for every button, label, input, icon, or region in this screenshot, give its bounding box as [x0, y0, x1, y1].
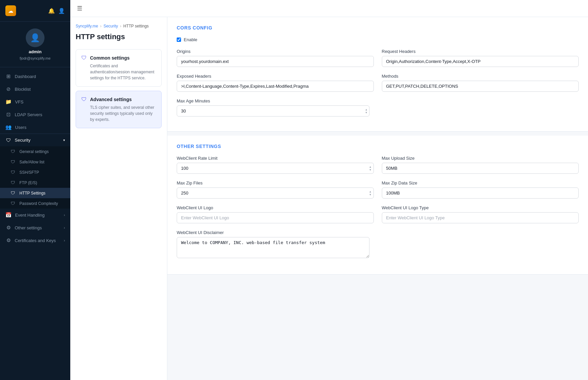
- logo-row: WebClient UI Logo WebClient UI Logo Type: [177, 205, 579, 223]
- rate-limit-down-arrow[interactable]: ▼: [369, 168, 372, 171]
- cors-exposed-headers-input[interactable]: [177, 81, 374, 92]
- security-section: 🛡 Security ▾ 🛡 General settings 🛡 Safe/A…: [0, 134, 70, 209]
- zip-files-up-arrow[interactable]: ▲: [369, 190, 372, 193]
- cors-exposed-headers-label: Exposed Headers: [177, 74, 374, 79]
- event-icon: 📅: [5, 212, 12, 218]
- common-settings-card-title: Common settings: [90, 55, 130, 61]
- cors-origins-group: Origins: [177, 49, 374, 67]
- sidebar-logo: ☁: [5, 5, 16, 16]
- maxage-up-arrow[interactable]: ▲: [365, 108, 368, 111]
- webclient-rate-limit-label: WebClient Rate Limit: [177, 156, 374, 161]
- max-upload-size-group: Max Upload Size: [382, 156, 579, 174]
- zip-files-row: Max Zip Files ▲ ▼ Max Zip Data Size: [177, 180, 579, 199]
- zip-files-spin: ▲ ▼: [177, 187, 374, 199]
- breadcrumb-sep2: ›: [120, 24, 121, 28]
- sidebar-item-security[interactable]: 🛡 Security ▾: [0, 134, 70, 146]
- sidebar-item-safe-allow-list[interactable]: 🛡 Safe/Allow list: [0, 157, 70, 167]
- webclient-ui-disclaimer-group: WebClient UI Disclaimer Welcome to COMPA…: [177, 230, 369, 259]
- cors-origins-input[interactable]: [177, 56, 374, 67]
- logo-icon: ☁: [5, 5, 16, 16]
- sidebar-item-ldap[interactable]: ⊡ LDAP Servers: [0, 108, 70, 121]
- common-settings-card-icon: 🛡: [81, 55, 87, 61]
- webclient-rate-limit-input[interactable]: [177, 163, 374, 174]
- max-zip-data-size-input[interactable]: [382, 187, 579, 199]
- other-settings-title: OTHER SETTINGS: [177, 144, 579, 149]
- cors-methods-input[interactable]: [382, 81, 579, 92]
- cors-request-headers-group: Request Headers: [382, 49, 579, 67]
- sidebar-item-certificates[interactable]: ⚙ Certificates and Keys ›: [0, 234, 70, 247]
- breadcrumb-section[interactable]: Security: [103, 24, 118, 28]
- page-title: HTTP settings: [76, 32, 162, 41]
- breadcrumb-sep1: ›: [100, 24, 101, 28]
- cors-maxage-spin: ▲ ▼: [177, 105, 369, 117]
- notification-button[interactable]: 🔔: [48, 8, 55, 14]
- webclient-ui-logo-type-input[interactable]: [382, 212, 579, 223]
- cors-enable-checkbox[interactable]: [177, 37, 181, 42]
- profile-button[interactable]: 👤: [58, 8, 65, 14]
- sidebar-item-ssh-sftp[interactable]: 🛡 SSH/SFTP: [0, 167, 70, 177]
- security-children: 🛡 General settings 🛡 Safe/Allow list 🛡 S…: [0, 146, 70, 209]
- cors-config-section: CORS CONFIG Enable Origins Request Heade…: [167, 17, 588, 132]
- security-icon: 🛡: [5, 137, 11, 143]
- cors-exposed-headers-group: Exposed Headers: [177, 74, 374, 92]
- cors-request-headers-input[interactable]: [382, 56, 579, 67]
- sidebar-item-vfs[interactable]: 📁 VFS: [0, 95, 70, 108]
- sidebar-item-password-complexity[interactable]: 🛡 Password Complexity: [0, 198, 70, 209]
- other-settings-icon: ⚙: [5, 225, 11, 231]
- webclient-ui-disclaimer-input[interactable]: Welcome to COMPANY, INC. web-based file …: [177, 237, 369, 258]
- zip-files-down-arrow[interactable]: ▼: [369, 193, 372, 196]
- sidebar-item-event-handling[interactable]: 📅 Event Handling ›: [0, 209, 70, 221]
- max-zip-files-input[interactable]: [177, 187, 374, 199]
- ftp-icon: 🛡: [11, 180, 16, 185]
- other-settings-arrow: ›: [64, 226, 65, 230]
- general-settings-icon: 🛡: [11, 149, 16, 154]
- sidebar-item-other-settings[interactable]: ⚙ Other settings ›: [0, 221, 70, 234]
- avatar: 👤: [26, 28, 45, 47]
- common-settings-card-desc: Certificates and authentication/session …: [81, 63, 156, 81]
- users-icon: 👥: [5, 124, 12, 130]
- cors-enable-label: Enable: [184, 37, 197, 42]
- webclient-ui-logo-group: WebClient UI Logo: [177, 205, 374, 223]
- sidebar-item-ftp[interactable]: 🛡 FTP (E/S): [0, 177, 70, 188]
- cors-maxage-input[interactable]: [177, 105, 369, 117]
- sidebar-item-general-settings[interactable]: 🛡 General settings: [0, 146, 70, 157]
- sidebar-item-users[interactable]: 👥 Users: [0, 121, 70, 134]
- avatar-section: 👤 admin fjodr@syncplify.me: [0, 22, 70, 67]
- other-settings-section: OTHER SETTINGS WebClient Rate Limit ▲ ▼: [167, 136, 588, 275]
- max-zip-files-group: Max Zip Files ▲ ▼: [177, 180, 374, 199]
- sidebar-item-blocklist[interactable]: ⊘ Blocklist: [0, 83, 70, 95]
- webclient-ui-logo-type-label: WebClient UI Logo Type: [382, 205, 579, 210]
- webclient-ui-disclaimer-label: WebClient UI Disclaimer: [177, 230, 369, 235]
- cors-methods-group: Methods: [382, 74, 579, 92]
- webclient-ui-logo-label: WebClient UI Logo: [177, 205, 374, 210]
- cors-maxage-group: Max Age Minutes ▲ ▼: [177, 98, 369, 117]
- breadcrumb-current: HTTP settings: [123, 24, 149, 28]
- sidebar-nav: ⊞ Dashboard ⊘ Blocklist 📁 VFS ⊡ LDAP Ser…: [0, 67, 70, 380]
- cors-request-headers-label: Request Headers: [382, 49, 579, 54]
- ldap-icon: ⊡: [5, 111, 11, 118]
- webclient-ui-logo-input[interactable]: [177, 212, 374, 223]
- max-upload-size-label: Max Upload Size: [382, 156, 579, 161]
- common-settings-card[interactable]: 🛡 Common settings Certificates and authe…: [76, 49, 162, 87]
- certificates-arrow: ›: [64, 239, 65, 242]
- user-email: fjodr@syncplify.me: [20, 56, 51, 60]
- hamburger-button[interactable]: ☰: [77, 5, 82, 12]
- sidebar-item-dashboard[interactable]: ⊞ Dashboard: [0, 70, 70, 83]
- http-icon: 🛡: [11, 191, 16, 196]
- rate-limit-upload-row: WebClient Rate Limit ▲ ▼ Max Upload Size: [177, 156, 579, 174]
- main-area: ☰ Syncplify.me › Security › HTTP setting…: [70, 0, 588, 380]
- certificates-icon: ⚙: [5, 237, 11, 243]
- sidebar-header: ☁ 🔔 👤: [0, 0, 70, 22]
- webclient-ui-logo-type-group: WebClient UI Logo Type: [382, 205, 579, 223]
- cors-config-title: CORS CONFIG: [177, 25, 579, 30]
- advanced-settings-card-desc: TLS cipher suites, and several other sec…: [81, 104, 156, 123]
- blocklist-icon: ⊘: [5, 86, 11, 92]
- rate-limit-up-arrow[interactable]: ▲: [369, 165, 372, 168]
- advanced-settings-card[interactable]: 🛡 Advanced settings TLS cipher suites, a…: [76, 91, 162, 128]
- sidebar-item-http-settings[interactable]: 🛡 HTTP Settings: [0, 188, 70, 198]
- maxage-down-arrow[interactable]: ▼: [365, 111, 368, 114]
- max-upload-size-input[interactable]: [382, 163, 579, 174]
- vfs-icon: 📁: [5, 99, 12, 105]
- breadcrumb-home[interactable]: Syncplify.me: [76, 24, 98, 28]
- sidebar: ☁ 🔔 👤 👤 admin fjodr@syncplify.me ⊞ Dashb…: [0, 0, 70, 380]
